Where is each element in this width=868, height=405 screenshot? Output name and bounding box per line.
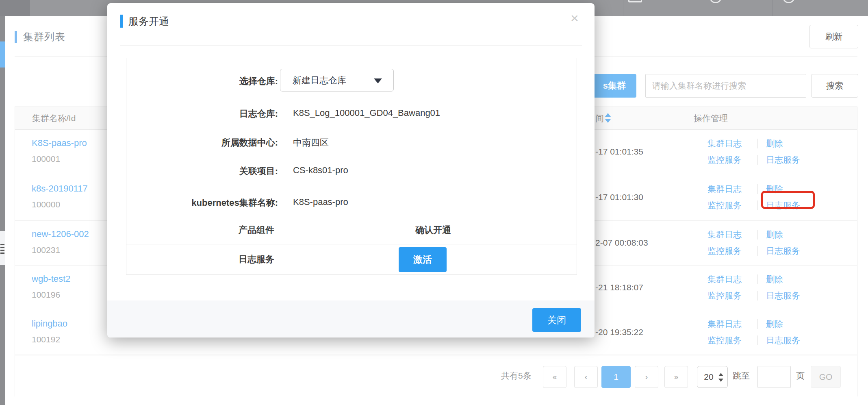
sidebar-collapsed: [0, 16, 5, 405]
log-service-link[interactable]: 日志服务: [766, 290, 800, 301]
cluster-log-link[interactable]: 集群日志: [707, 318, 742, 330]
topbar-divider: [623, 0, 623, 16]
cluster-name-link[interactable]: lipingbao: [32, 318, 67, 329]
cluster-id: 100192: [32, 335, 60, 344]
cluster-log-link[interactable]: 集群日志: [707, 229, 742, 240]
monitor-service-link[interactable]: 监控服务: [707, 335, 742, 346]
repo-select-dropdown[interactable]: 新建日志仓库: [280, 69, 394, 91]
header-actions: 操作管理: [694, 107, 728, 130]
create-time: -21 18:18:07: [595, 283, 643, 292]
prev-page-button[interactable]: ‹: [574, 366, 598, 388]
k8s-name-value: K8S-paas-pro: [293, 197, 348, 207]
log-service-component-label: 日志服务: [220, 253, 293, 266]
cluster-id: 100000: [32, 200, 60, 209]
k8s-name-label: kubernetes集群名称:: [126, 197, 278, 209]
hamburger-icon: [0, 244, 4, 245]
datacenter-value: 中南四区: [293, 137, 329, 149]
sidebar-toggle[interactable]: [0, 231, 5, 265]
datacenter-label: 所属数据中心:: [126, 137, 278, 149]
cluster-log-link[interactable]: 集群日志: [707, 274, 742, 285]
current-page-button[interactable]: 1: [601, 366, 631, 388]
page-size-value: 20: [704, 372, 713, 381]
cluster-name-link[interactable]: new-1206-002: [32, 229, 89, 240]
monitor-service-link[interactable]: 监控服务: [707, 200, 742, 211]
go-button[interactable]: GO: [811, 366, 841, 388]
cluster-name-link[interactable]: k8s-20190117: [32, 183, 88, 194]
clock-icon[interactable]: [710, 0, 722, 3]
delete-link[interactable]: 删除: [766, 274, 783, 285]
sidebar-active-item[interactable]: [0, 41, 5, 68]
help-icon[interactable]: [783, 0, 795, 3]
log-service-link[interactable]: 日志服务: [766, 245, 800, 257]
delete-link[interactable]: 删除: [766, 138, 783, 149]
jump-page-input[interactable]: [757, 366, 791, 388]
activate-button[interactable]: 激活: [399, 247, 447, 272]
monitor-service-link[interactable]: 监控服务: [707, 290, 742, 301]
close-icon[interactable]: ×: [566, 9, 584, 27]
page-title: 集群列表: [23, 30, 65, 44]
cluster-id: 100231: [32, 245, 60, 255]
pagination: 共有5条 « ‹ 1 › » 20 跳至 页 GO: [15, 355, 857, 397]
modal-footer: 关闭: [107, 300, 595, 338]
jump-to-label: 跳至: [733, 370, 750, 381]
cluster-name-link[interactable]: wgb-test2: [32, 274, 70, 284]
cluster-log-link[interactable]: 集群日志: [707, 183, 742, 195]
repo-select-value: 新建日志仓库: [293, 74, 346, 87]
last-page-button[interactable]: »: [664, 366, 688, 388]
cluster-id: 100196: [32, 290, 60, 300]
window-icon[interactable]: [628, 0, 642, 2]
project-value: CS-k8s01-pro: [293, 165, 348, 176]
search-button[interactable]: 搜索: [811, 74, 858, 98]
page-size-select[interactable]: 20: [697, 366, 728, 388]
log-service-link[interactable]: 日志服务: [766, 335, 800, 346]
component-column-header: 产品组件: [220, 224, 293, 236]
delete-link[interactable]: 删除: [766, 229, 783, 240]
topbar-divider: [772, 0, 773, 16]
header-create-time[interactable]: 间: [595, 107, 604, 130]
confirm-column-header: 确认开通: [397, 224, 470, 236]
log-service-link[interactable]: 日志服务: [766, 154, 800, 165]
create-time: 2-07 00:08:03: [595, 238, 648, 248]
repo-select-label: 选择仓库:: [126, 75, 278, 87]
monitor-service-link[interactable]: 监控服务: [707, 245, 742, 257]
search-input[interactable]: [645, 74, 806, 98]
service-activation-modal: 服务开通 × 选择仓库: 新建日志仓库 日志仓库: K8S_Log_100001…: [107, 3, 595, 338]
divider: [120, 45, 582, 46]
close-button[interactable]: 关闭: [532, 308, 581, 332]
divider: [126, 244, 577, 244]
log-repo-label: 日志仓库:: [126, 108, 278, 120]
delete-link[interactable]: 删除: [766, 318, 783, 330]
create-time: -17 01:01:35: [595, 147, 643, 157]
log-repo-value: K8S_Log_100001_GD04_Bawang01: [293, 108, 440, 118]
title-accent-bar: [15, 31, 17, 43]
topbar-left-segment: [0, 0, 30, 16]
topbar-divider: [698, 0, 698, 16]
monitor-service-link[interactable]: 监控服务: [707, 154, 742, 165]
highlight-annotation: [761, 191, 815, 209]
topbar-divider: [30, 0, 30, 16]
screen: 集群列表 刷新 s集群 搜索 集群名称/Id 间 操作管理 K8S-paas-p…: [0, 0, 868, 405]
first-page-button[interactable]: «: [543, 366, 566, 388]
modal-title-accent-bar: [120, 15, 123, 28]
total-count: 共有5条: [501, 370, 532, 381]
cluster-name-link[interactable]: K8S-paas-pro: [32, 138, 87, 148]
create-time: -20 19:35:22: [595, 327, 643, 337]
next-page-button[interactable]: ›: [635, 366, 658, 388]
refresh-button[interactable]: 刷新: [809, 25, 858, 48]
cluster-id: 100001: [32, 154, 60, 164]
modal-title: 服务开通: [128, 15, 169, 28]
project-label: 关联项目:: [126, 165, 278, 177]
sort-icon[interactable]: [605, 113, 611, 124]
chevron-down-icon: [374, 78, 382, 83]
cluster-log-link[interactable]: 集群日志: [707, 138, 742, 149]
page-unit-label: 页: [796, 370, 805, 381]
create-time: -17 01:01:30: [595, 192, 643, 202]
modal-form-panel: 选择仓库: 新建日志仓库 日志仓库: K8S_Log_100001_GD04_B…: [126, 58, 577, 275]
header-cluster-name: 集群名称/Id: [32, 107, 76, 130]
spinner-icon: [718, 373, 723, 382]
